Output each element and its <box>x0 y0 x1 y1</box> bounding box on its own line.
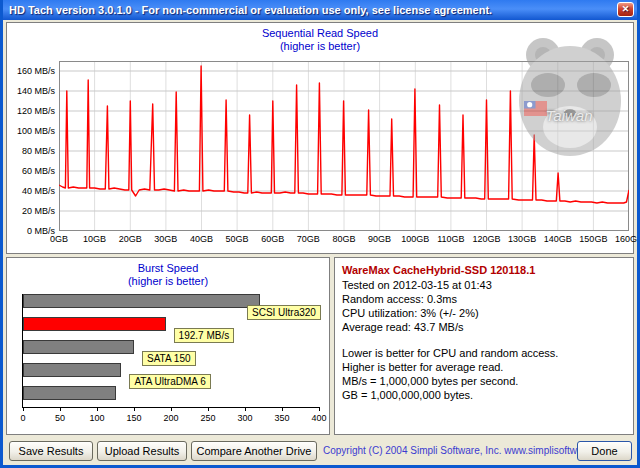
window-title: HD Tach version 3.0.1.0 - For non-commer… <box>9 4 492 16</box>
burst-axis-tick <box>245 408 246 411</box>
burst-bar-label: SATA 150 <box>142 351 196 366</box>
burst-axis-label: 400 <box>304 413 334 423</box>
result-note: Lower is better for CPU and random acces… <box>342 346 626 360</box>
x-axis-tick-label: 20GB <box>114 234 146 244</box>
y-axis-tick-label: 100 MB/s <box>9 126 55 136</box>
sequential-read-panel: Sequential Read Speed (higher is better)… <box>6 22 634 254</box>
x-axis-tick-label: 60GB <box>257 234 289 244</box>
y-axis-tick-label: 60 MB/s <box>9 166 55 176</box>
burst-axis-tick <box>97 408 98 411</box>
burst-axis-tick <box>282 408 283 411</box>
y-axis-tick-label: 160 MB/s <box>9 66 55 76</box>
read-chart-plot <box>59 61 629 231</box>
burst-bar <box>23 386 116 400</box>
result-note: MB/s = 1,000,000 bytes per second. <box>342 374 626 388</box>
burst-axis-tick <box>23 408 24 411</box>
client-area: Sequential Read Speed (higher is better)… <box>3 20 637 465</box>
compare-another-drive-button[interactable]: Compare Another Drive <box>191 441 317 461</box>
save-results-button[interactable]: Save Results <box>9 441 93 461</box>
x-axis-tick-label: 10GB <box>79 234 111 244</box>
result-note: Higher is better for average read. <box>342 360 626 374</box>
burst-x-axis <box>22 407 320 408</box>
y-axis-tick-label: 20 MB/s <box>9 206 55 216</box>
x-axis-tick-label: 100GB <box>399 234 431 244</box>
y-axis-tick-label: 140 MB/s <box>9 86 55 96</box>
burst-axis-tick <box>208 408 209 411</box>
burst-axis-label: 200 <box>156 413 186 423</box>
upload-results-button[interactable]: Upload Results <box>97 441 187 461</box>
done-button[interactable]: Done <box>577 441 632 461</box>
result-line: Random access: 0.3ms <box>342 292 626 306</box>
burst-bar <box>23 340 134 354</box>
result-line: Tested on 2012-03-15 at 01:43 <box>342 278 626 292</box>
burst-axis-label: 150 <box>119 413 149 423</box>
burst-axis-tick <box>134 408 135 411</box>
burst-bar <box>23 294 260 308</box>
burst-bar-label: 192.7 MB/s <box>174 328 235 343</box>
result-lines: Tested on 2012-03-15 at 01:43Random acce… <box>342 278 626 334</box>
burst-bar <box>23 317 166 331</box>
burst-axis-label: 50 <box>45 413 75 423</box>
x-axis-tick-label: 120GB <box>471 234 503 244</box>
result-note: GB = 1,000,000,000 bytes. <box>342 388 626 402</box>
x-axis-tick-label: 30GB <box>150 234 182 244</box>
burst-bar-label: SCSI Ultra320 <box>247 305 321 320</box>
burst-axis-label: 350 <box>267 413 297 423</box>
burst-y-axis <box>22 294 23 407</box>
y-axis-tick-label: 120 MB/s <box>9 106 55 116</box>
burst-axis-label: 300 <box>230 413 260 423</box>
hdtach-window: HD Tach version 3.0.1.0 - For non-commer… <box>0 0 640 468</box>
x-axis-tick-label: 130GB <box>506 234 538 244</box>
y-axis-tick-label: 0 MB/s <box>9 226 55 236</box>
result-line: CPU utilization: 3% (+/- 2%) <box>342 306 626 320</box>
x-axis-tick-label: 140GB <box>542 234 574 244</box>
burst-chart-title: Burst Speed <box>7 262 329 274</box>
title-bar[interactable]: HD Tach version 3.0.1.0 - For non-commer… <box>3 0 637 20</box>
x-axis-tick-label: 150GB <box>577 234 609 244</box>
burst-speed-panel: Burst Speed (higher is better) SCSI Ultr… <box>6 257 330 435</box>
burst-chart-subtitle: (higher is better) <box>7 275 329 287</box>
result-notes: Lower is better for CPU and random acces… <box>342 346 626 402</box>
drive-name: WareMax CacheHybrid-SSD 120118.1 <box>342 263 626 278</box>
burst-axis-tick <box>171 408 172 411</box>
burst-axis-label: 250 <box>193 413 223 423</box>
x-axis-tick-label: 160GB <box>613 234 640 244</box>
x-axis-tick-label: 110GB <box>435 234 467 244</box>
x-axis-tick-label: 50GB <box>221 234 253 244</box>
burst-bar-label: ATA UltraDMA 6 <box>129 374 210 389</box>
copyright-text: Copyright (C) 2004 Simpli Software, Inc.… <box>323 445 613 456</box>
burst-axis-label: 100 <box>82 413 112 423</box>
burst-bar <box>23 363 121 377</box>
results-panel: WareMax CacheHybrid-SSD 120118.1 Tested … <box>334 257 634 435</box>
burst-axis-label: 0 <box>8 413 38 423</box>
close-icon[interactable]: ✕ <box>617 2 634 17</box>
read-chart-title: Sequential Read Speed <box>7 27 633 39</box>
y-axis-tick-label: 80 MB/s <box>9 146 55 156</box>
read-chart-subtitle: (higher is better) <box>7 40 633 52</box>
burst-axis-tick <box>60 408 61 411</box>
y-axis-tick-label: 40 MB/s <box>9 186 55 196</box>
x-axis-tick-label: 70GB <box>292 234 324 244</box>
x-axis-tick-label: 40GB <box>186 234 218 244</box>
x-axis-tick-label: 80GB <box>328 234 360 244</box>
result-line: Average read: 43.7 MB/s <box>342 320 626 334</box>
x-axis-tick-label: 0GB <box>43 234 75 244</box>
burst-axis-tick <box>319 408 320 411</box>
x-axis-tick-label: 90GB <box>364 234 396 244</box>
